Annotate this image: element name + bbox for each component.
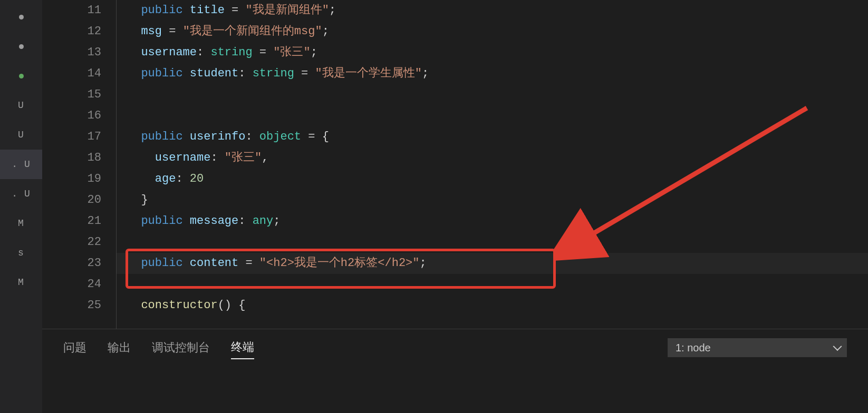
code-line[interactable] xyxy=(127,274,868,295)
code-line[interactable]: public content = "<h2>我是一个h2标签</h2>"; xyxy=(117,253,868,274)
sidebar-dot[interactable] xyxy=(0,2,42,32)
panel-tab-terminal[interactable]: 终端 xyxy=(231,336,254,359)
line-number: 25 xyxy=(42,295,101,316)
line-number: 14 xyxy=(42,63,101,84)
line-number: 19 xyxy=(42,169,101,190)
line-number: 15 xyxy=(42,84,101,105)
line-number: 24 xyxy=(42,274,101,295)
code-line[interactable]: public userinfo: object = { xyxy=(127,126,868,148)
line-number-gutter: 111213141516171819202122232425 xyxy=(42,0,116,329)
sidebar-item-status[interactable]: M xyxy=(0,209,42,238)
panel-tab-debug[interactable]: 调试控制台 xyxy=(152,337,210,359)
line-number: 21 xyxy=(42,211,101,232)
line-number: 12 xyxy=(42,21,101,42)
sidebar-item-status[interactable]: s xyxy=(0,238,42,268)
sidebar-item-status[interactable]: U xyxy=(0,120,42,150)
code-line[interactable]: public title = "我是新闻组件"; xyxy=(127,0,868,21)
code-line[interactable]: constructor() { xyxy=(127,295,868,316)
main: 111213141516171819202122232425 public ti… xyxy=(42,0,868,413)
panel-tab-output[interactable]: 输出 xyxy=(108,337,131,359)
terminal-select[interactable]: 1: node xyxy=(668,338,847,357)
code-editor[interactable]: 111213141516171819202122232425 public ti… xyxy=(42,0,868,329)
code-line[interactable] xyxy=(127,105,868,126)
line-number: 18 xyxy=(42,148,101,169)
sidebar-item-status-active[interactable]: . U xyxy=(0,150,42,179)
sidebar-item-status[interactable]: U xyxy=(0,91,42,120)
code-line[interactable]: public student: string = "我是一个学生属性"; xyxy=(127,63,868,84)
sidebar-strip: U U . U . U M s M xyxy=(0,0,42,413)
code-area[interactable]: public title = "我是新闻组件"; msg = "我是一个新闻组件… xyxy=(116,0,868,329)
line-number: 23 xyxy=(42,253,101,274)
code-line[interactable]: } xyxy=(127,190,868,211)
panel-tabs: 问题 输出 调试控制台 终端 1: node xyxy=(42,329,868,366)
code-line[interactable] xyxy=(127,84,868,105)
line-number: 17 xyxy=(42,126,101,148)
line-number: 22 xyxy=(42,232,101,253)
panel-tab-problems[interactable]: 问题 xyxy=(63,337,86,359)
line-number: 16 xyxy=(42,105,101,126)
sidebar-item-status[interactable]: . U xyxy=(0,179,42,209)
code-line[interactable]: username: "张三", xyxy=(127,148,868,169)
sidebar-dot-modified[interactable] xyxy=(0,61,42,91)
line-number: 11 xyxy=(42,0,101,21)
code-line[interactable]: public message: any; xyxy=(127,211,868,232)
sidebar-dot[interactable] xyxy=(0,32,42,61)
code-line[interactable]: username: string = "张三"; xyxy=(127,42,868,63)
code-line[interactable]: age: 20 xyxy=(127,169,868,190)
terminal-selector[interactable]: 1: node xyxy=(668,338,847,357)
bottom-panel: 问题 输出 调试控制台 终端 1: node xyxy=(42,329,868,413)
sidebar-item-status[interactable]: M xyxy=(0,268,42,297)
code-line[interactable] xyxy=(127,232,868,253)
line-number: 13 xyxy=(42,42,101,63)
line-number: 20 xyxy=(42,190,101,211)
code-line[interactable]: msg = "我是一个新闻组件的msg"; xyxy=(127,21,868,42)
